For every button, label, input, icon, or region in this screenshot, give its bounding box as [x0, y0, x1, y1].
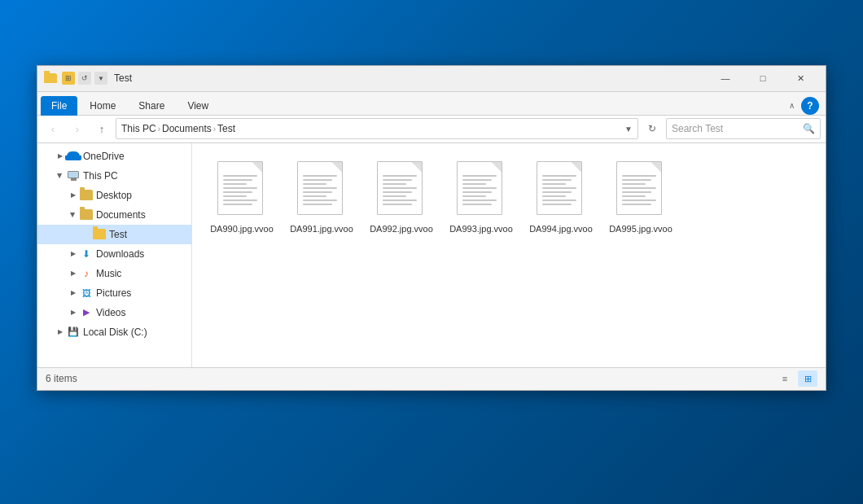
view-toggle: ≡ ⊞: [775, 370, 817, 387]
navigation-bar: ‹ › ↑ This PC › Documents › Test ▼ ↻ Sea…: [37, 116, 826, 143]
address-bar[interactable]: This PC › Documents › Test ▼: [116, 118, 638, 139]
sidebar-item-music[interactable]: ▶ ♪ Music: [37, 264, 191, 283]
help-button[interactable]: ?: [801, 97, 819, 115]
sidebar-label-onedrive: OneDrive: [83, 151, 125, 162]
sidebar-label-test: Test: [109, 229, 127, 240]
downloads-icon: ⬇: [80, 248, 93, 261]
ribbon: File Home Share View ∧ ?: [37, 92, 826, 116]
sidebar-item-desktop[interactable]: ▶ Desktop: [37, 186, 191, 205]
window-icon: [44, 72, 57, 85]
desktop-icon: [80, 189, 93, 202]
minimize-button[interactable]: —: [707, 65, 744, 91]
tab-view[interactable]: View: [177, 96, 219, 115]
expand-pictures[interactable]: ▶: [67, 287, 80, 300]
pictures-icon: 🖼: [80, 287, 93, 300]
sidebar-item-documents[interactable]: ▶ Documents: [37, 205, 191, 225]
file-name: DA992.jpg.vvoo: [370, 223, 433, 234]
breadcrumb: This PC › Documents › Test: [121, 123, 235, 134]
view-details-button[interactable]: ≡: [775, 370, 795, 387]
file-icon: [457, 161, 506, 218]
tab-file[interactable]: File: [41, 96, 77, 116]
sidebar-label-localdisk: Local Disk (C:): [83, 327, 147, 338]
statusbar: 6 items ≡ ⊞: [37, 367, 826, 390]
close-button[interactable]: ✕: [782, 65, 819, 91]
crumb-sep-2: ›: [213, 125, 216, 134]
crumb-thispc[interactable]: This PC: [121, 123, 156, 134]
up-button[interactable]: ↑: [91, 118, 112, 139]
localdisk-icon: 💾: [67, 326, 80, 339]
sidebar-label-pictures: Pictures: [96, 287, 131, 299]
crumb-test[interactable]: Test: [217, 123, 235, 134]
qat-dropdown-button[interactable]: ▼: [94, 72, 107, 85]
search-placeholder: Search Test: [672, 123, 799, 134]
sidebar-item-onedrive[interactable]: ▶ OneDrive: [37, 147, 191, 166]
file-icon: [297, 161, 346, 218]
sidebar-label-thispc: This PC: [83, 170, 118, 182]
qat-properties-button[interactable]: ⊞: [62, 72, 75, 85]
file-item[interactable]: DA991.jpg.vvoo: [285, 156, 358, 239]
file-name: DA993.jpg.vvoo: [449, 223, 513, 234]
videos-icon: ▶: [80, 306, 93, 319]
window-controls: — □ ✕: [707, 65, 819, 91]
music-icon: ♪: [80, 267, 93, 280]
qat-undo-button[interactable]: ↺: [78, 72, 91, 85]
file-item[interactable]: DA990.jpg.vvoo: [205, 156, 278, 239]
view-icons-button[interactable]: ⊞: [798, 370, 817, 387]
forward-button[interactable]: ›: [67, 118, 88, 139]
titlebar: ⊞ ↺ ▼ Test — □ ✕: [37, 66, 826, 92]
thispc-icon: [67, 169, 80, 182]
expand-music[interactable]: ▶: [67, 267, 80, 280]
expand-desktop[interactable]: ▶: [67, 189, 80, 202]
search-bar[interactable]: Search Test 🔍: [666, 118, 821, 139]
sidebar-item-localdisk[interactable]: ▶ 💾 Local Disk (C:): [37, 322, 191, 342]
file-name: DA994.jpg.vvoo: [529, 223, 593, 234]
sidebar-item-pictures[interactable]: ▶ 🖼 Pictures: [37, 283, 191, 303]
explorer-window: ⊞ ↺ ▼ Test — □ ✕ File Home Share View ∧ …: [37, 65, 826, 391]
file-icon: [537, 161, 585, 218]
file-icon: [377, 161, 426, 218]
sidebar-label-videos: Videos: [96, 307, 125, 318]
window-title: Test: [114, 72, 707, 84]
sidebar-item-videos[interactable]: ▶ ▶ Videos: [37, 303, 191, 322]
sidebar-label-documents: Documents: [96, 209, 146, 221]
sidebar-item-downloads[interactable]: ▶ ⬇ Downloads: [37, 244, 191, 264]
content-area: DA990.jpg.vvooDA991.jpg.vvooDA992.jpg.vv…: [192, 143, 826, 367]
sidebar-item-test[interactable]: Test: [37, 225, 191, 244]
file-name: DA990.jpg.vvoo: [210, 223, 274, 234]
back-button[interactable]: ‹: [42, 118, 64, 139]
onedrive-icon: [67, 150, 80, 163]
status-count: 6 items: [46, 373, 775, 384]
address-dropdown-button[interactable]: ▼: [624, 125, 633, 134]
maximize-button[interactable]: □: [744, 65, 782, 91]
main-area: ▶ OneDrive ▶ This PC ▶: [37, 143, 826, 367]
file-item[interactable]: DA993.jpg.vvoo: [445, 156, 518, 239]
file-item[interactable]: DA992.jpg.vvoo: [365, 156, 438, 239]
sidebar-label-desktop: Desktop: [96, 190, 132, 201]
ribbon-right-controls: ∧ ?: [786, 97, 822, 115]
sidebar-label-downloads: Downloads: [96, 248, 144, 260]
crumb-sep-1: ›: [158, 125, 160, 134]
expand-thispc[interactable]: ▶: [54, 169, 67, 182]
file-icon: [217, 161, 266, 218]
ribbon-collapse-button[interactable]: ∧: [786, 99, 798, 112]
tab-share[interactable]: Share: [128, 96, 175, 115]
crumb-documents[interactable]: Documents: [162, 123, 212, 134]
file-item[interactable]: DA995.jpg.vvoo: [604, 156, 677, 239]
expand-downloads[interactable]: ▶: [67, 248, 80, 261]
expand-documents[interactable]: ▶: [67, 208, 80, 221]
expand-videos[interactable]: ▶: [67, 306, 80, 319]
refresh-button[interactable]: ↻: [642, 118, 663, 139]
file-item[interactable]: DA994.jpg.vvoo: [524, 156, 598, 239]
file-icon: [616, 161, 665, 218]
sidebar: ▶ OneDrive ▶ This PC ▶: [37, 143, 192, 367]
file-name: DA991.jpg.vvoo: [290, 223, 353, 234]
search-icon[interactable]: 🔍: [803, 123, 815, 134]
file-name: DA995.jpg.vvoo: [609, 223, 672, 234]
test-icon: [93, 228, 106, 241]
expand-localdisk[interactable]: ▶: [54, 326, 67, 339]
tab-home[interactable]: Home: [79, 96, 126, 115]
ribbon-tabs: File Home Share View ∧ ?: [37, 92, 826, 115]
quick-access-toolbar: ⊞ ↺ ▼: [62, 72, 107, 85]
expand-test: [80, 228, 93, 241]
sidebar-item-thispc[interactable]: ▶ This PC: [37, 166, 191, 186]
